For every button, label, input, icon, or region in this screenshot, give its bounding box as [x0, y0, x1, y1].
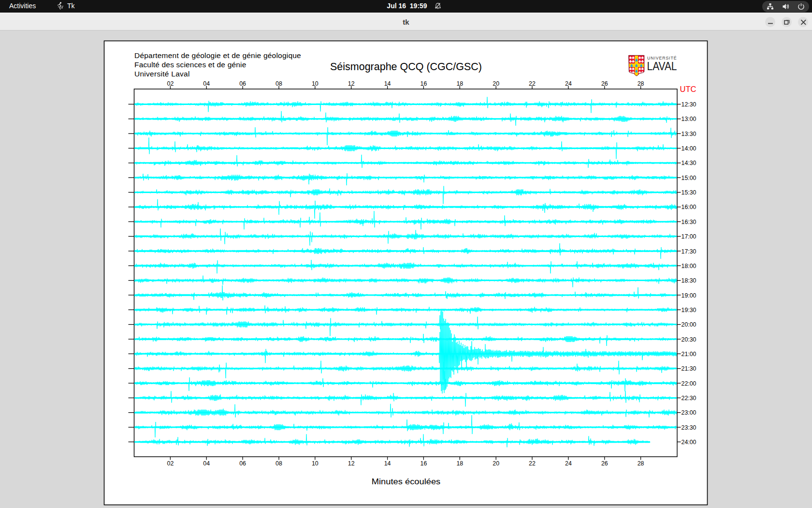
svg-text:14: 14 [384, 460, 391, 467]
svg-text:21:00: 21:00 [682, 351, 696, 358]
svg-text:04: 04 [203, 80, 210, 87]
svg-text:14: 14 [384, 80, 391, 87]
svg-text:24:00: 24:00 [682, 439, 696, 446]
svg-text:02: 02 [167, 460, 174, 467]
svg-text:18:00: 18:00 [682, 263, 696, 269]
svg-text:28: 28 [638, 460, 644, 467]
svg-text:26: 26 [601, 80, 608, 87]
svg-text:22: 22 [529, 460, 536, 467]
svg-text:24: 24 [565, 460, 572, 467]
svg-text:13:30: 13:30 [682, 131, 696, 137]
svg-text:19:00: 19:00 [682, 292, 696, 299]
svg-text:16: 16 [420, 80, 427, 87]
svg-text:28: 28 [638, 80, 644, 87]
svg-text:20: 20 [493, 460, 499, 467]
svg-text:Université Laval: Université Laval [134, 70, 189, 78]
svg-text:20:00: 20:00 [682, 321, 696, 328]
svg-text:18: 18 [456, 460, 463, 467]
svg-text:Minutes écoulées: Minutes écoulées [372, 477, 441, 486]
svg-text:14:30: 14:30 [682, 160, 696, 166]
svg-text:23:30: 23:30 [682, 424, 696, 431]
svg-text:10: 10 [312, 460, 319, 467]
svg-text:17:00: 17:00 [682, 233, 696, 240]
svg-text:Département de géologie et de: Département de géologie et de génie géol… [134, 51, 301, 60]
svg-text:26: 26 [601, 460, 608, 467]
svg-text:10: 10 [312, 80, 319, 87]
svg-text:20: 20 [493, 80, 499, 87]
svg-text:12: 12 [348, 460, 355, 467]
svg-text:23:00: 23:00 [682, 409, 696, 416]
svg-text:12:30: 12:30 [682, 101, 696, 108]
svg-text:04: 04 [203, 460, 210, 467]
svg-text:Séismographe QCQ (CGC/GSC): Séismographe QCQ (CGC/GSC) [330, 61, 482, 73]
svg-text:LAVAL: LAVAL [647, 60, 677, 73]
svg-text:16:30: 16:30 [682, 219, 696, 225]
svg-text:02: 02 [167, 80, 174, 87]
svg-text:22: 22 [529, 80, 536, 87]
svg-text:18:30: 18:30 [682, 277, 696, 284]
svg-text:12: 12 [348, 80, 355, 87]
svg-text:24: 24 [565, 80, 572, 87]
svg-text:13:00: 13:00 [682, 116, 696, 122]
svg-text:08: 08 [276, 80, 282, 87]
svg-text:14:00: 14:00 [682, 145, 696, 152]
svg-text:06: 06 [239, 80, 246, 87]
svg-text:08: 08 [276, 460, 282, 467]
svg-text:22:00: 22:00 [682, 380, 696, 387]
svg-text:UTC: UTC [680, 85, 696, 93]
svg-text:16: 16 [420, 460, 427, 467]
svg-text:15:00: 15:00 [682, 175, 696, 181]
svg-text:21:30: 21:30 [682, 365, 696, 372]
svg-text:22:30: 22:30 [682, 395, 696, 402]
svg-text:17:30: 17:30 [682, 248, 696, 255]
svg-text:18: 18 [456, 80, 463, 87]
svg-text:16:00: 16:00 [682, 204, 696, 210]
svg-text:20:30: 20:30 [682, 336, 696, 343]
svg-text:06: 06 [239, 460, 246, 467]
svg-text:Faculté des sciences et de gén: Faculté des sciences et de génie [134, 60, 246, 69]
svg-text:19:30: 19:30 [682, 307, 696, 314]
svg-text:15:30: 15:30 [682, 189, 696, 196]
